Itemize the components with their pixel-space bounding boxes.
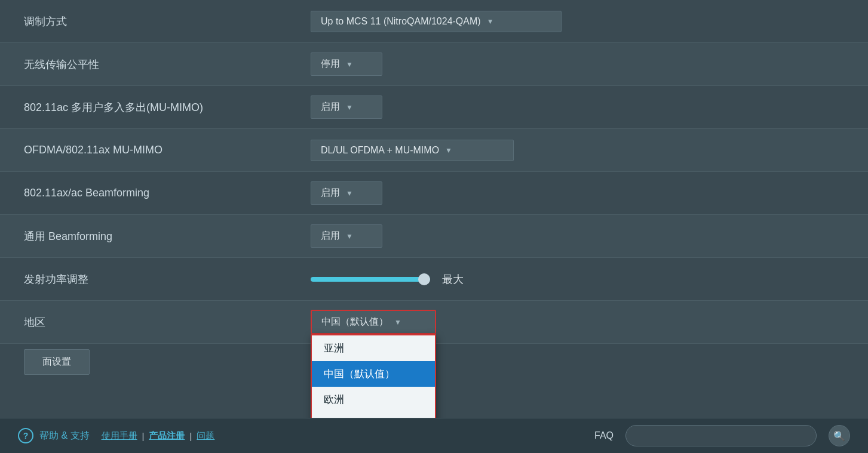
control-modulation: Up to MCS 11 (NitroQAM/1024-QAM) ▼ xyxy=(311,11,844,32)
label-beamforming-gen: 通用 Beamforming xyxy=(24,229,311,244)
row-modulation: 调制方式 Up to MCS 11 (NitroQAM/1024-QAM) ▼ xyxy=(0,0,868,43)
select-modulation-value: Up to MCS 11 (NitroQAM/1024-QAM) xyxy=(321,16,481,27)
row-mu-mimo: 802.11ac 多用户多入多出(MU-MIMO) 启用 ▼ xyxy=(0,86,868,129)
chevron-down-icon: ▼ xyxy=(346,60,353,69)
footer-help-text[interactable]: 帮助 & 支持 xyxy=(39,430,90,442)
footer-link-manual[interactable]: 使用手册 xyxy=(102,430,137,442)
row-region: 地区 中国（默认值） ▼ 亚洲 中国（默认值） 欧洲 美国 澳大利亚 xyxy=(0,301,868,344)
control-wireless-fair: 停用 ▼ xyxy=(311,53,844,76)
search-button[interactable]: 🔍 xyxy=(829,425,850,446)
slider-thumb[interactable] xyxy=(418,273,430,285)
select-mu-mimo-value: 启用 xyxy=(321,101,340,113)
label-tx-power: 发射功率调整 xyxy=(24,272,311,286)
face-settings-label: 面设置 xyxy=(42,356,71,366)
face-settings-button[interactable]: 面设置 xyxy=(24,349,90,375)
footer-right: FAQ 🔍 xyxy=(594,425,850,446)
chevron-down-icon: ▼ xyxy=(346,103,353,112)
control-beamforming-gen: 启用 ▼ xyxy=(311,224,844,248)
region-option-europe[interactable]: 欧洲 xyxy=(312,387,435,412)
select-beamforming-ax-value: 启用 xyxy=(321,187,340,199)
control-ofdma: DL/UL OFDMA + MU-MIMO ▼ xyxy=(311,140,844,161)
footer-link-issues[interactable]: 问题 xyxy=(197,430,214,442)
select-ofdma-value: DL/UL OFDMA + MU-MIMO xyxy=(321,145,439,156)
main-content: 调制方式 Up to MCS 11 (NitroQAM/1024-QAM) ▼ … xyxy=(0,0,868,418)
label-beamforming-ax: 802.11ax/ac Beamforming xyxy=(24,187,311,199)
row-beamforming-gen: 通用 Beamforming 启用 ▼ xyxy=(0,215,868,258)
chevron-down-icon: ▼ xyxy=(445,146,452,155)
select-wireless-fair[interactable]: 停用 ▼ xyxy=(311,53,382,76)
region-dropdown-wrapper: 中国（默认值） ▼ 亚洲 中国（默认值） 欧洲 美国 澳大利亚 xyxy=(311,310,436,334)
row-wireless-fair: 无线传输公平性 停用 ▼ xyxy=(0,43,868,86)
region-option-usa[interactable]: 美国 xyxy=(312,412,435,418)
label-wireless-fair: 无线传输公平性 xyxy=(24,57,311,72)
search-input[interactable] xyxy=(625,425,817,446)
slider-track[interactable] xyxy=(311,277,430,282)
chevron-down-icon: ▼ xyxy=(394,318,401,326)
footer-link-register[interactable]: 产品注册 xyxy=(149,430,185,442)
search-icon: 🔍 xyxy=(833,430,845,442)
label-ofdma: OFDMA/802.11ax MU-MIMO xyxy=(24,144,311,156)
label-mu-mimo: 802.11ac 多用户多入多出(MU-MIMO) xyxy=(24,100,311,115)
chevron-down-icon: ▼ xyxy=(346,189,353,198)
control-mu-mimo: 启用 ▼ xyxy=(311,95,844,119)
control-beamforming-ax: 启用 ▼ xyxy=(311,181,844,205)
chevron-down-icon: ▼ xyxy=(346,232,353,241)
region-option-china[interactable]: 中国（默认值） xyxy=(312,361,435,387)
label-region: 地区 xyxy=(24,315,311,329)
select-modulation[interactable]: Up to MCS 11 (NitroQAM/1024-QAM) ▼ xyxy=(311,11,562,32)
faq-label: FAQ xyxy=(594,430,614,441)
help-icon-symbol: ? xyxy=(23,431,29,440)
select-region[interactable]: 中国（默认值） ▼ xyxy=(311,310,436,334)
select-wireless-fair-value: 停用 xyxy=(321,58,340,70)
chevron-down-icon: ▼ xyxy=(487,17,494,26)
select-mu-mimo[interactable]: 启用 ▼ xyxy=(311,95,382,119)
select-region-value: 中国（默认值） xyxy=(321,316,388,328)
help-icon[interactable]: ? xyxy=(18,428,33,443)
label-modulation: 调制方式 xyxy=(24,14,311,29)
control-region: 中国（默认值） ▼ 亚洲 中国（默认值） 欧洲 美国 澳大利亚 xyxy=(311,310,844,334)
row-beamforming-ax: 802.11ax/ac Beamforming 启用 ▼ xyxy=(0,172,868,215)
footer-left: ? 帮助 & 支持 xyxy=(18,428,90,443)
slider-value-label: 最大 xyxy=(442,272,464,286)
footer-links: 使用手册 | 产品注册 | 问题 xyxy=(102,430,215,442)
select-beamforming-ax[interactable]: 启用 ▼ xyxy=(311,181,382,205)
region-option-asia[interactable]: 亚洲 xyxy=(312,335,435,361)
row-ofdma: OFDMA/802.11ax MU-MIMO DL/UL OFDMA + MU-… xyxy=(0,129,868,172)
region-dropdown-menu: 亚洲 中国（默认值） 欧洲 美国 澳大利亚 xyxy=(311,334,436,418)
select-beamforming-gen-value: 启用 xyxy=(321,230,340,242)
row-tx-power: 发射功率调整 最大 xyxy=(0,258,868,301)
control-tx-power: 最大 xyxy=(311,272,844,286)
footer: ? 帮助 & 支持 使用手册 | 产品注册 | 问题 FAQ 🔍 xyxy=(0,418,868,453)
footer-separator-1: | xyxy=(142,431,145,441)
slider-container: 最大 xyxy=(311,272,464,286)
select-ofdma[interactable]: DL/UL OFDMA + MU-MIMO ▼ xyxy=(311,140,514,161)
footer-separator-2: | xyxy=(189,431,192,441)
select-beamforming-gen[interactable]: 启用 ▼ xyxy=(311,224,382,248)
